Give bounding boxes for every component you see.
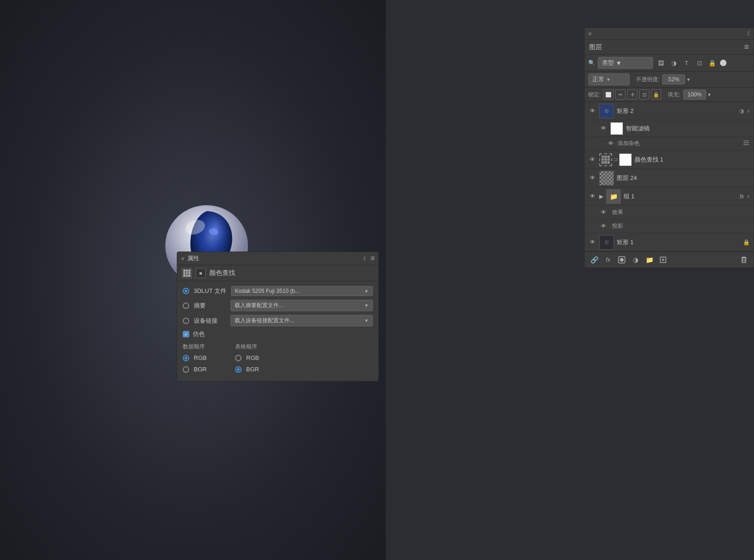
lock-pixels-icon[interactable]: ✏: [615, 90, 625, 100]
layer-item-smart-filter[interactable]: 👁 智能滤镜: [585, 120, 754, 137]
group1-expand-arrow[interactable]: ▶: [599, 193, 603, 200]
filter-text-icon[interactable]: T: [681, 58, 692, 68]
filter-type-label: 类型: [602, 59, 614, 67]
layer-item-24[interactable]: 👁 图层 24: [585, 169, 754, 187]
layer-name-add-noise: 添加杂色: [618, 140, 740, 147]
device-radio[interactable]: [183, 318, 189, 324]
layers-menu-button[interactable]: ≡: [744, 42, 749, 52]
layer-visibility-smart-filter[interactable]: 👁: [599, 124, 608, 133]
filter-shape-icon[interactable]: ⊡: [694, 58, 704, 68]
table-bgr-label: BGR: [246, 366, 278, 373]
filter-type-dropdown[interactable]: 类型 ▼: [598, 57, 653, 69]
device-row: 设备链接 载入设备链接配置文件... ▼: [183, 315, 373, 326]
lock-artboard-icon[interactable]: ⊡: [639, 90, 649, 100]
layer-item-juxing2[interactable]: 👁 ⊡ 矩形 2 ◑ ∧: [585, 102, 754, 120]
layer-thumb-smart-filter: [610, 122, 623, 135]
blend-mode-label: 正常: [592, 75, 604, 84]
layer-thumb-24: [599, 171, 614, 185]
fill-label: 填充:: [668, 91, 680, 99]
summary-radio[interactable]: [183, 302, 189, 309]
table-rgb-radio[interactable]: [235, 355, 242, 361]
lut-dropdown[interactable]: Kodak 5205 Fuji 3510 (b... ▼: [231, 286, 373, 296]
summary-dropdown[interactable]: 载入摘要配置文件... ▼: [231, 300, 373, 311]
layer-extra-group1: fx ∧: [740, 193, 750, 200]
layers-list: 👁 ⊡ 矩形 2 ◑ ∧ 👁 智能滤镜 👁 添加杂色: [585, 102, 754, 252]
layer-visibility-24[interactable]: 👁: [588, 174, 596, 182]
device-dropdown-arrow: ▼: [364, 318, 369, 323]
layer-name-juxing2: 矩形 2: [617, 107, 736, 115]
juxing2-collapse-icon[interactable]: ∧: [747, 108, 750, 113]
properties-menu-button[interactable]: ≡: [371, 254, 375, 263]
layer-visibility-juxing2[interactable]: 👁: [588, 107, 596, 115]
layer-extra-juxing1: 🔒: [743, 239, 750, 246]
summary-row: 摘要 载入摘要配置文件... ▼: [183, 300, 373, 311]
svg-rect-11: [742, 258, 746, 263]
adjustment-icon[interactable]: ■: [196, 268, 206, 278]
link-layers-button[interactable]: 🔗: [589, 255, 599, 265]
layer-name-smart-filter: 智能滤镜: [626, 124, 750, 133]
device-dropdown[interactable]: 载入设备链接配置文件... ▼: [231, 315, 373, 326]
layers-close-button[interactable]: ×: [588, 30, 592, 37]
filter-smart-icon[interactable]: 🔒: [707, 58, 717, 68]
fill-control: 100% ▼: [683, 90, 712, 100]
table-rgb-label: RGB: [246, 354, 278, 361]
fill-arrow: ▼: [707, 92, 712, 97]
color-lookup-thumb-wrapper: ⊃: [599, 153, 632, 166]
filter-circle-icon: [720, 60, 726, 66]
layer-visibility-color-lookup[interactable]: 👁: [588, 156, 596, 164]
grid-view-icon[interactable]: [182, 268, 192, 278]
layers-collapse-button[interactable]: 《: [744, 30, 750, 38]
layers-title: 图层: [589, 43, 602, 51]
layer-item-color-lookup[interactable]: 👁 ⊃ 颜色查找 1: [585, 151, 754, 169]
order-section: 数据顺序 RGB BGR 表格顺序 RGB BGR: [183, 343, 373, 376]
device-label: 设备链接: [194, 317, 226, 325]
table-order-group: 表格顺序 RGB BGR: [235, 343, 278, 376]
properties-close-button[interactable]: ×: [181, 255, 185, 262]
filter-image-icon[interactable]: 🖼: [656, 58, 666, 68]
lock-transparent-icon[interactable]: ⬜: [603, 90, 613, 100]
summary-dropdown-arrow: ▼: [364, 303, 369, 308]
properties-title: 属性: [187, 254, 199, 263]
layer-item-shadow[interactable]: 👁 投影: [585, 219, 754, 233]
data-bgr-row: BGR: [183, 366, 226, 373]
layer-visibility-effect[interactable]: 👁: [599, 208, 608, 217]
lut-radio[interactable]: [183, 288, 189, 294]
dither-checkbox[interactable]: [183, 331, 189, 337]
properties-panel: × 属性 《 ≡ ■ 颜色查找 3DLUT 文件 Kodak 5205 Fuji…: [177, 252, 379, 381]
group1-collapse-icon[interactable]: ∧: [747, 194, 750, 199]
opacity-value[interactable]: 52%: [662, 74, 685, 84]
layer-visibility-shadow[interactable]: 👁: [599, 222, 608, 230]
new-adjustment-button[interactable]: ◑: [630, 255, 641, 265]
properties-content: 3DLUT 文件 Kodak 5205 Fuji 3510 (b... ▼ 摘要…: [177, 281, 378, 381]
table-bgr-radio[interactable]: [235, 366, 242, 373]
new-group-button[interactable]: 📁: [644, 255, 654, 265]
data-rgb-radio[interactable]: [183, 355, 189, 361]
layer-item-group1[interactable]: 👁 ▶ 📁 组 1 fx ∧: [585, 187, 754, 206]
layer-visibility-add-noise[interactable]: 👁: [607, 140, 615, 148]
layer-visibility-juxing1[interactable]: 👁: [588, 238, 596, 246]
lut-dropdown-arrow: ▼: [364, 289, 369, 294]
delete-layer-button[interactable]: [739, 255, 749, 265]
layer-visibility-group1[interactable]: 👁: [588, 192, 596, 201]
data-bgr-radio[interactable]: [183, 366, 189, 373]
lock-all-icon[interactable]: 🔒: [651, 90, 661, 100]
new-layer-button[interactable]: [658, 255, 668, 265]
data-rgb-row: RGB: [183, 354, 226, 361]
juxing1-lock-icon: 🔒: [743, 239, 750, 246]
properties-collapse-button[interactable]: 《: [360, 255, 366, 263]
group1-fx-icon: fx: [740, 193, 744, 200]
add-fx-button[interactable]: fx: [603, 255, 613, 265]
data-rgb-label: RGB: [194, 354, 226, 361]
table-order-title: 表格顺序: [235, 343, 278, 351]
add-mask-button[interactable]: [617, 255, 627, 265]
fill-value[interactable]: 100%: [683, 90, 706, 100]
bottom-icons-left: 🔗 fx ◑ 📁: [589, 255, 668, 265]
layer-item-add-noise[interactable]: 👁 添加杂色: [585, 137, 754, 151]
lock-row: 锁定: ⬜ ✏ ✛ ⊡ 🔒 填充: 100% ▼: [585, 88, 754, 102]
layer-item-juxing1[interactable]: 👁 ⊡ 矩形 1 🔒: [585, 233, 754, 252]
blend-mode-dropdown[interactable]: 正常 ▼: [588, 73, 630, 85]
layer-name-color-lookup: 颜色查找 1: [635, 156, 750, 164]
lock-position-icon[interactable]: ✛: [627, 90, 637, 100]
layer-item-effect[interactable]: 👁 效果: [585, 206, 754, 219]
filter-adjust-icon[interactable]: ◑: [669, 58, 679, 68]
